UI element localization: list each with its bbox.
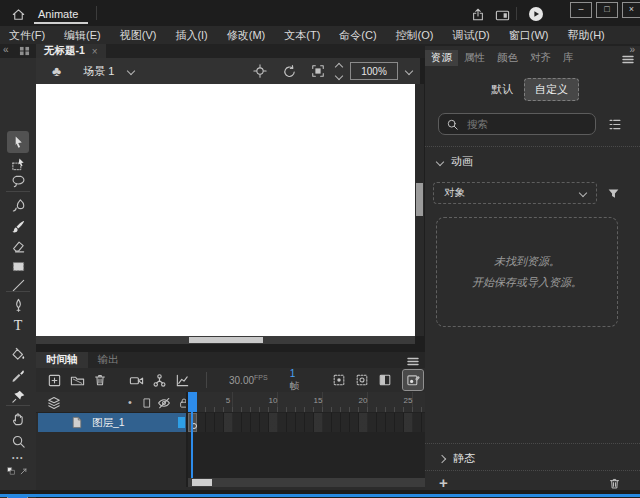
- stage-canvas[interactable]: [36, 84, 415, 336]
- list-view-icon[interactable]: [606, 116, 624, 132]
- parent-view-icon[interactable]: [149, 370, 169, 390]
- test-movie-icon[interactable]: [526, 6, 546, 22]
- layer-outline-color-swatch[interactable]: [178, 417, 185, 428]
- eraser-tool[interactable]: [7, 235, 29, 257]
- onion-skin-outline-icon[interactable]: [352, 370, 372, 390]
- stage-horizontal-scrollbar[interactable]: [36, 336, 415, 344]
- current-frame-readout[interactable]: 1 帧: [290, 367, 300, 393]
- document-title: 无标题-1: [44, 44, 85, 58]
- zoom-preset-chevron-icon[interactable]: [405, 67, 413, 75]
- static-section-header[interactable]: 静态: [439, 451, 475, 466]
- home-icon[interactable]: [8, 5, 28, 23]
- search-input[interactable]: [465, 117, 595, 131]
- zoom-level-input[interactable]: 100%: [350, 62, 398, 80]
- minimize-button[interactable]: –: [570, 2, 592, 18]
- maximize-button[interactable]: □: [596, 2, 618, 18]
- frames-track[interactable]: [188, 413, 425, 432]
- add-asset-button[interactable]: +: [439, 474, 448, 491]
- stage-hscroll-thumb[interactable]: [189, 337, 263, 343]
- hand-tool[interactable]: [7, 408, 29, 430]
- scene-name[interactable]: 场景 1: [83, 64, 114, 79]
- timeline-panel-menu-icon[interactable]: [407, 357, 419, 366]
- zoom-step-up-icon[interactable]: [335, 62, 343, 70]
- menu-window[interactable]: 窗口(W): [508, 27, 550, 44]
- insert-keyframe-icon[interactable]: [403, 370, 423, 390]
- lasso-tool[interactable]: [7, 170, 29, 192]
- default-assets-button[interactable]: 默认: [483, 78, 521, 101]
- selection-tool[interactable]: [7, 131, 29, 153]
- timeline-hscroll-thumb[interactable]: [192, 479, 212, 486]
- zoom-stepper[interactable]: [336, 64, 342, 79]
- menu-view[interactable]: 视图(V): [119, 27, 158, 44]
- asset-warp-tool[interactable]: [7, 385, 29, 407]
- tab-properties[interactable]: 属性: [458, 50, 491, 66]
- menu-control[interactable]: 控制(O): [395, 27, 435, 44]
- custom-assets-button[interactable]: 自定义: [524, 78, 579, 101]
- pen-tool[interactable]: [7, 294, 29, 316]
- frames-empty-area[interactable]: [188, 432, 425, 478]
- animation-section-header[interactable]: 动画: [437, 154, 473, 169]
- line-tool[interactable]: [7, 274, 29, 296]
- stage-vscroll-thumb[interactable]: [416, 183, 423, 216]
- delete-asset-icon[interactable]: [606, 475, 622, 491]
- tab-timeline[interactable]: 时间轴: [36, 352, 88, 368]
- playhead-marker[interactable]: [188, 392, 197, 412]
- assets-panel-menu-icon[interactable]: [622, 55, 634, 64]
- fps-readout[interactable]: 30.00FPS: [229, 374, 268, 386]
- fluid-brush-tool[interactable]: [7, 194, 29, 216]
- new-layer-icon[interactable]: [44, 370, 64, 390]
- classic-brush-tool[interactable]: [7, 215, 29, 237]
- onion-skin-icon[interactable]: [329, 370, 349, 390]
- collapse-toolbar-icon[interactable]: «: [3, 44, 9, 55]
- add-camera-icon[interactable]: [126, 370, 146, 390]
- stage-vertical-scrollbar[interactable]: [415, 84, 424, 336]
- frame-ruler[interactable]: 5 10 15 20 25: [188, 392, 425, 412]
- edit-symbols-icon[interactable]: ♣: [52, 63, 61, 79]
- menu-commands[interactable]: 命令(C): [338, 27, 377, 44]
- edit-multiple-frames-icon[interactable]: [375, 370, 395, 390]
- document-close-icon[interactable]: ×: [92, 46, 98, 57]
- close-button[interactable]: ×: [622, 2, 640, 18]
- object-filter-dropdown[interactable]: 对象: [433, 182, 597, 204]
- tab-color[interactable]: 颜色: [491, 50, 524, 66]
- rotate-stage-icon[interactable]: [279, 64, 299, 79]
- toolbar-grid-handle-icon[interactable]: [19, 46, 30, 56]
- document-tab[interactable]: 无标题-1 ×: [36, 44, 106, 58]
- stage-toolbar: ♣ 场景 1 100%: [36, 58, 420, 84]
- menu-debug[interactable]: 调试(D): [452, 27, 491, 44]
- tab-assets[interactable]: 资源: [425, 50, 458, 66]
- menu-file[interactable]: 文件(F): [8, 27, 46, 44]
- menu-modify[interactable]: 修改(M): [226, 27, 267, 44]
- zoom-tool[interactable]: [7, 430, 29, 452]
- menu-text[interactable]: 文本(T): [283, 27, 321, 44]
- hide-layers-icon[interactable]: [156, 396, 172, 410]
- default-swap-colors-icons[interactable]: [7, 464, 29, 478]
- layer-name[interactable]: 图层_1: [92, 416, 125, 430]
- highlight-dot-icon[interactable]: •: [128, 396, 132, 408]
- share-icon[interactable]: [468, 7, 488, 23]
- tab-library[interactable]: 库: [557, 50, 580, 66]
- delete-layer-icon[interactable]: [90, 370, 110, 390]
- outline-view-icon[interactable]: [140, 396, 154, 410]
- edit-toolbar-button[interactable]: •••: [7, 450, 29, 464]
- menu-edit[interactable]: 编辑(E): [63, 27, 102, 44]
- layer-row[interactable]: 图层_1: [38, 413, 186, 432]
- new-folder-icon[interactable]: [67, 370, 87, 390]
- tab-output[interactable]: 输出: [88, 352, 129, 368]
- scene-chevron-icon[interactable]: [127, 67, 135, 75]
- app-tab[interactable]: Animate: [34, 5, 82, 23]
- eyedropper-tool[interactable]: [7, 365, 29, 387]
- center-stage-icon[interactable]: [250, 64, 270, 78]
- graph-editor-icon[interactable]: [172, 370, 192, 390]
- menu-insert[interactable]: 插入(I): [174, 27, 208, 44]
- menu-help[interactable]: 帮助(H): [567, 27, 606, 44]
- device-preview-icon[interactable]: [492, 7, 512, 23]
- paint-bucket-tool[interactable]: [7, 343, 29, 365]
- zoom-step-down-icon[interactable]: [335, 71, 343, 79]
- asset-search-field[interactable]: [438, 113, 596, 135]
- text-tool[interactable]: T: [7, 315, 29, 337]
- tab-align[interactable]: 对齐: [524, 50, 557, 66]
- timeline-horizontal-scrollbar[interactable]: [188, 478, 425, 487]
- clip-content-icon[interactable]: [308, 64, 328, 78]
- filter-icon[interactable]: [604, 185, 622, 201]
